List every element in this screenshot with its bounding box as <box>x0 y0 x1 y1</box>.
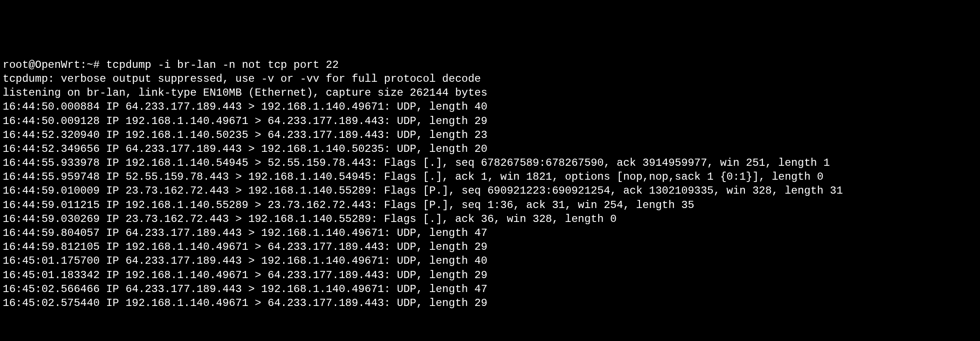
output-line: 16:44:52.320940 IP 192.168.1.140.50235 >… <box>3 128 977 142</box>
output-line: 16:44:52.349656 IP 64.233.177.189.443 > … <box>3 142 977 156</box>
output-line: 16:44:59.030269 IP 23.73.162.72.443 > 19… <box>3 212 977 226</box>
output-line: 16:44:55.959748 IP 52.55.159.78.443 > 19… <box>3 170 977 184</box>
output-line: 16:44:59.011215 IP 192.168.1.140.55289 >… <box>3 198 977 212</box>
output-line: tcpdump: verbose output suppressed, use … <box>3 72 977 86</box>
output-line: 16:45:01.175700 IP 64.233.177.189.443 > … <box>3 254 977 268</box>
output-line: 16:45:02.566466 IP 64.233.177.189.443 > … <box>3 282 977 296</box>
output-line: 16:44:55.933978 IP 192.168.1.140.54945 >… <box>3 156 977 170</box>
output-line: 16:44:50.000884 IP 64.233.177.189.443 > … <box>3 100 977 114</box>
output-line: 16:45:02.575440 IP 192.168.1.140.49671 >… <box>3 296 977 310</box>
terminal-window[interactable]: root@OpenWrt:~# tcpdump -i br-lan -n not… <box>3 58 977 310</box>
shell-prompt: root@OpenWrt:~# <box>3 59 106 71</box>
output-line: 16:44:59.010009 IP 23.73.162.72.443 > 19… <box>3 184 977 198</box>
output-line: 16:44:59.804057 IP 64.233.177.189.443 > … <box>3 226 977 240</box>
command-text: tcpdump -i br-lan -n not tcp port 22 <box>106 59 338 71</box>
output-line: 16:45:01.183342 IP 192.168.1.140.49671 >… <box>3 268 977 282</box>
output-line: 16:44:59.812105 IP 192.168.1.140.49671 >… <box>3 240 977 254</box>
output-line: 16:44:50.009128 IP 192.168.1.140.49671 >… <box>3 114 977 128</box>
command-line: root@OpenWrt:~# tcpdump -i br-lan -n not… <box>3 58 977 72</box>
output-line: listening on br-lan, link-type EN10MB (E… <box>3 86 977 100</box>
